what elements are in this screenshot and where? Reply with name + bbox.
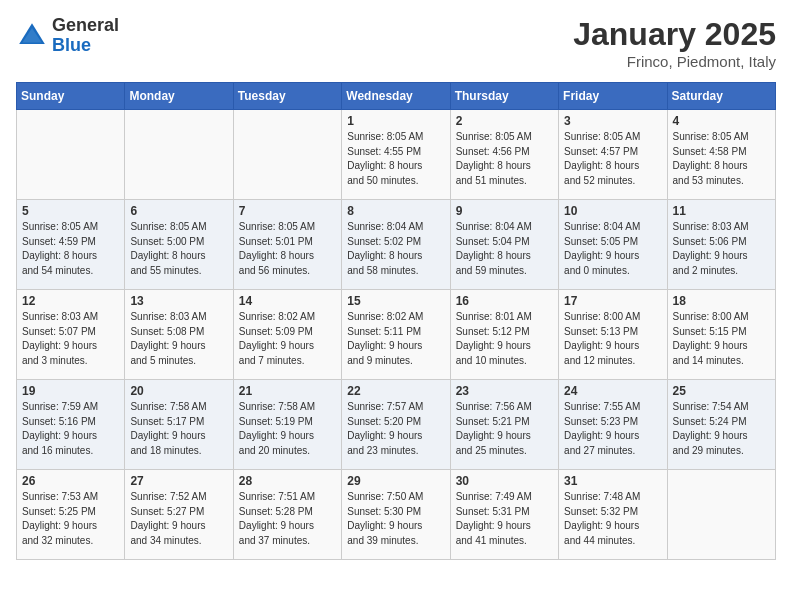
calendar-cell: 30Sunrise: 7:49 AM Sunset: 5:31 PM Dayli… <box>450 470 558 560</box>
calendar-cell: 23Sunrise: 7:56 AM Sunset: 5:21 PM Dayli… <box>450 380 558 470</box>
calendar-subtitle: Frinco, Piedmont, Italy <box>573 53 776 70</box>
calendar-header: SundayMondayTuesdayWednesdayThursdayFrid… <box>17 83 776 110</box>
calendar-cell: 7Sunrise: 8:05 AM Sunset: 5:01 PM Daylig… <box>233 200 341 290</box>
calendar-cell: 28Sunrise: 7:51 AM Sunset: 5:28 PM Dayli… <box>233 470 341 560</box>
calendar-cell: 5Sunrise: 8:05 AM Sunset: 4:59 PM Daylig… <box>17 200 125 290</box>
day-number: 28 <box>239 474 336 488</box>
calendar-cell: 6Sunrise: 8:05 AM Sunset: 5:00 PM Daylig… <box>125 200 233 290</box>
page-header: General Blue January 2025 Frinco, Piedmo… <box>16 16 776 70</box>
calendar-cell: 29Sunrise: 7:50 AM Sunset: 5:30 PM Dayli… <box>342 470 450 560</box>
calendar-cell: 20Sunrise: 7:58 AM Sunset: 5:17 PM Dayli… <box>125 380 233 470</box>
weekday-header-sunday: Sunday <box>17 83 125 110</box>
day-info: Sunrise: 7:58 AM Sunset: 5:19 PM Dayligh… <box>239 400 336 458</box>
calendar-cell: 11Sunrise: 8:03 AM Sunset: 5:06 PM Dayli… <box>667 200 775 290</box>
day-info: Sunrise: 7:54 AM Sunset: 5:24 PM Dayligh… <box>673 400 770 458</box>
day-info: Sunrise: 8:03 AM Sunset: 5:08 PM Dayligh… <box>130 310 227 368</box>
day-number: 15 <box>347 294 444 308</box>
calendar-week-row: 5Sunrise: 8:05 AM Sunset: 4:59 PM Daylig… <box>17 200 776 290</box>
calendar-cell: 27Sunrise: 7:52 AM Sunset: 5:27 PM Dayli… <box>125 470 233 560</box>
day-number: 31 <box>564 474 661 488</box>
day-info: Sunrise: 7:58 AM Sunset: 5:17 PM Dayligh… <box>130 400 227 458</box>
calendar-cell: 2Sunrise: 8:05 AM Sunset: 4:56 PM Daylig… <box>450 110 558 200</box>
day-number: 26 <box>22 474 119 488</box>
day-number: 13 <box>130 294 227 308</box>
day-info: Sunrise: 8:05 AM Sunset: 5:00 PM Dayligh… <box>130 220 227 278</box>
day-number: 1 <box>347 114 444 128</box>
calendar-cell <box>17 110 125 200</box>
calendar-cell: 4Sunrise: 8:05 AM Sunset: 4:58 PM Daylig… <box>667 110 775 200</box>
calendar-cell: 10Sunrise: 8:04 AM Sunset: 5:05 PM Dayli… <box>559 200 667 290</box>
weekday-header-monday: Monday <box>125 83 233 110</box>
day-number: 23 <box>456 384 553 398</box>
day-info: Sunrise: 7:59 AM Sunset: 5:16 PM Dayligh… <box>22 400 119 458</box>
day-number: 2 <box>456 114 553 128</box>
calendar-cell: 31Sunrise: 7:48 AM Sunset: 5:32 PM Dayli… <box>559 470 667 560</box>
day-info: Sunrise: 7:51 AM Sunset: 5:28 PM Dayligh… <box>239 490 336 548</box>
calendar-cell: 25Sunrise: 7:54 AM Sunset: 5:24 PM Dayli… <box>667 380 775 470</box>
title-block: January 2025 Frinco, Piedmont, Italy <box>573 16 776 70</box>
day-number: 18 <box>673 294 770 308</box>
calendar-week-row: 26Sunrise: 7:53 AM Sunset: 5:25 PM Dayli… <box>17 470 776 560</box>
day-number: 8 <box>347 204 444 218</box>
weekday-header-tuesday: Tuesday <box>233 83 341 110</box>
day-info: Sunrise: 8:05 AM Sunset: 4:56 PM Dayligh… <box>456 130 553 188</box>
day-number: 24 <box>564 384 661 398</box>
calendar-cell <box>667 470 775 560</box>
day-number: 12 <box>22 294 119 308</box>
day-number: 6 <box>130 204 227 218</box>
day-number: 22 <box>347 384 444 398</box>
day-number: 16 <box>456 294 553 308</box>
day-info: Sunrise: 8:02 AM Sunset: 5:11 PM Dayligh… <box>347 310 444 368</box>
day-number: 30 <box>456 474 553 488</box>
day-info: Sunrise: 7:53 AM Sunset: 5:25 PM Dayligh… <box>22 490 119 548</box>
weekday-header-row: SundayMondayTuesdayWednesdayThursdayFrid… <box>17 83 776 110</box>
day-info: Sunrise: 7:57 AM Sunset: 5:20 PM Dayligh… <box>347 400 444 458</box>
calendar-cell: 14Sunrise: 8:02 AM Sunset: 5:09 PM Dayli… <box>233 290 341 380</box>
day-info: Sunrise: 8:03 AM Sunset: 5:06 PM Dayligh… <box>673 220 770 278</box>
day-info: Sunrise: 8:02 AM Sunset: 5:09 PM Dayligh… <box>239 310 336 368</box>
day-number: 25 <box>673 384 770 398</box>
weekday-header-thursday: Thursday <box>450 83 558 110</box>
day-number: 5 <box>22 204 119 218</box>
day-number: 27 <box>130 474 227 488</box>
day-number: 21 <box>239 384 336 398</box>
day-number: 29 <box>347 474 444 488</box>
calendar-title: January 2025 <box>573 16 776 53</box>
day-number: 9 <box>456 204 553 218</box>
day-info: Sunrise: 7:49 AM Sunset: 5:31 PM Dayligh… <box>456 490 553 548</box>
day-number: 10 <box>564 204 661 218</box>
calendar-cell: 9Sunrise: 8:04 AM Sunset: 5:04 PM Daylig… <box>450 200 558 290</box>
calendar-body: 1Sunrise: 8:05 AM Sunset: 4:55 PM Daylig… <box>17 110 776 560</box>
day-info: Sunrise: 8:05 AM Sunset: 4:55 PM Dayligh… <box>347 130 444 188</box>
day-number: 3 <box>564 114 661 128</box>
day-number: 17 <box>564 294 661 308</box>
day-number: 11 <box>673 204 770 218</box>
calendar-cell: 18Sunrise: 8:00 AM Sunset: 5:15 PM Dayli… <box>667 290 775 380</box>
calendar-cell <box>233 110 341 200</box>
logo-blue-text: Blue <box>52 36 119 56</box>
calendar-cell: 8Sunrise: 8:04 AM Sunset: 5:02 PM Daylig… <box>342 200 450 290</box>
calendar-cell: 1Sunrise: 8:05 AM Sunset: 4:55 PM Daylig… <box>342 110 450 200</box>
calendar-cell: 24Sunrise: 7:55 AM Sunset: 5:23 PM Dayli… <box>559 380 667 470</box>
weekday-header-friday: Friday <box>559 83 667 110</box>
day-number: 14 <box>239 294 336 308</box>
day-info: Sunrise: 7:55 AM Sunset: 5:23 PM Dayligh… <box>564 400 661 458</box>
calendar-week-row: 1Sunrise: 8:05 AM Sunset: 4:55 PM Daylig… <box>17 110 776 200</box>
day-number: 4 <box>673 114 770 128</box>
calendar-cell: 16Sunrise: 8:01 AM Sunset: 5:12 PM Dayli… <box>450 290 558 380</box>
calendar-table: SundayMondayTuesdayWednesdayThursdayFrid… <box>16 82 776 560</box>
day-info: Sunrise: 8:04 AM Sunset: 5:05 PM Dayligh… <box>564 220 661 278</box>
calendar-cell: 22Sunrise: 7:57 AM Sunset: 5:20 PM Dayli… <box>342 380 450 470</box>
calendar-cell: 17Sunrise: 8:00 AM Sunset: 5:13 PM Dayli… <box>559 290 667 380</box>
day-info: Sunrise: 8:05 AM Sunset: 4:58 PM Dayligh… <box>673 130 770 188</box>
day-info: Sunrise: 8:04 AM Sunset: 5:04 PM Dayligh… <box>456 220 553 278</box>
day-info: Sunrise: 8:05 AM Sunset: 4:59 PM Dayligh… <box>22 220 119 278</box>
calendar-cell: 19Sunrise: 7:59 AM Sunset: 5:16 PM Dayli… <box>17 380 125 470</box>
calendar-cell <box>125 110 233 200</box>
day-info: Sunrise: 8:05 AM Sunset: 5:01 PM Dayligh… <box>239 220 336 278</box>
day-info: Sunrise: 7:56 AM Sunset: 5:21 PM Dayligh… <box>456 400 553 458</box>
logo: General Blue <box>16 16 119 56</box>
day-number: 20 <box>130 384 227 398</box>
day-info: Sunrise: 7:52 AM Sunset: 5:27 PM Dayligh… <box>130 490 227 548</box>
logo-text: General Blue <box>52 16 119 56</box>
